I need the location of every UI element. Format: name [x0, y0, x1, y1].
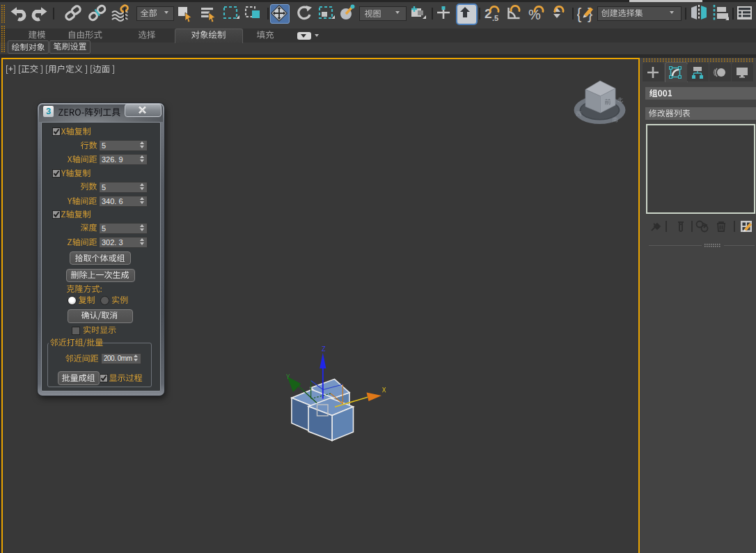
svg-text:{: { [577, 5, 581, 22]
svg-text:.5: .5 [492, 14, 498, 22]
